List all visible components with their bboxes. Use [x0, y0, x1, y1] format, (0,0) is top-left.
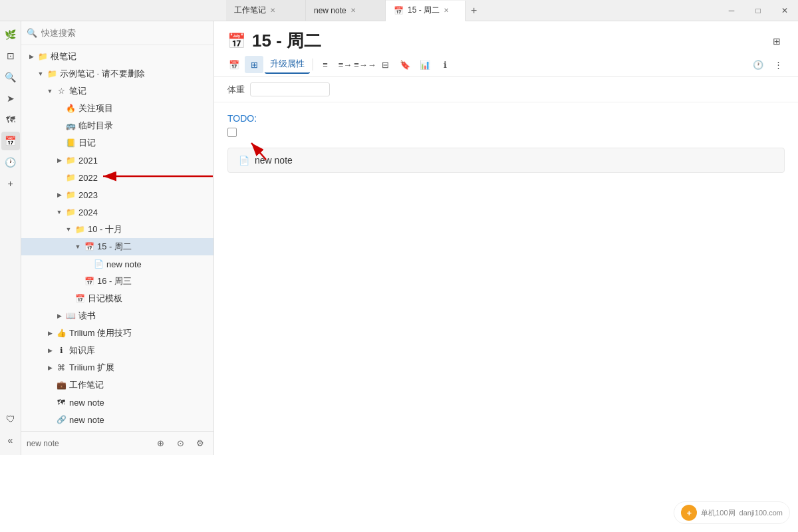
sidebar-item-wed16[interactable]: 📅 16 - 周三: [21, 273, 213, 290]
tab-newnote[interactable]: new note ✕: [306, 0, 386, 21]
newnote-tab-close[interactable]: ✕: [350, 7, 356, 14]
weight-label: 体重: [227, 84, 245, 96]
search-input[interactable]: [41, 28, 208, 38]
chevron-icon: ▼: [73, 243, 82, 250]
tab-worklog[interactable]: 工作笔记 ✕: [226, 0, 306, 21]
sidebar-item-2024[interactable]: ▼ 📁 2024: [21, 203, 213, 221]
sidebar-item-label: Trilium 使用技巧: [68, 327, 132, 339]
send-icon[interactable]: ➤: [1, 89, 20, 108]
sidebar-item-label: 16 - 周三: [96, 275, 132, 287]
collapse-sidebar-icon[interactable]: «: [1, 431, 20, 450]
maximize-button[interactable]: □: [745, 0, 771, 21]
chevron-icon: [45, 382, 55, 388]
table-icon[interactable]: ⊞: [245, 56, 263, 73]
thumbsup-icon: 👍: [56, 329, 66, 338]
book-icon: 📒: [65, 138, 76, 148]
attributes-row: 体重: [214, 77, 798, 102]
add-circle-icon[interactable]: ⊙: [172, 436, 188, 452]
calendar-toolbar-icon[interactable]: 📅: [225, 56, 243, 73]
chevron-icon: ▼: [36, 70, 45, 77]
sidebar-item-trilium-tips[interactable]: ▶ 👍 Trilium 使用技巧: [21, 325, 213, 342]
close-button[interactable]: ✕: [771, 0, 798, 21]
minimize-button[interactable]: ─: [718, 0, 745, 21]
shield-icon[interactable]: 🛡: [1, 410, 20, 428]
sidebar-item-diary[interactable]: 📒 日记: [21, 134, 213, 152]
tab-upgrade-attr[interactable]: 升级属性: [265, 55, 310, 74]
sidebar-item-knowledge[interactable]: ▶ ℹ 知识库: [21, 342, 213, 359]
sidebar-item-label: 关注项目: [77, 102, 113, 114]
weight-input[interactable]: [250, 82, 330, 96]
sidebar-item-newnote[interactable]: 📄 new note: [21, 255, 213, 273]
sidebar-item-october[interactable]: ▼ 📁 10 - 十月: [21, 221, 213, 238]
sidebar-item-2022[interactable]: 📁 2022: [21, 169, 213, 186]
watermark-domain: danji100.com: [739, 509, 783, 517]
sidebar-item-followup[interactable]: 🔥 关注项目: [21, 100, 213, 117]
sidebar-item-worklog[interactable]: 💼 工作笔记: [21, 376, 213, 394]
main-layout: 🌿 ⊡ 🔍 ➤ 🗺 📅 🕐 + 🛡 « 🔍 ▶: [0, 21, 798, 455]
settings-icon[interactable]: ⚙: [192, 436, 208, 452]
bookmark-icon[interactable]: 🔖: [396, 56, 414, 73]
search-magnifier-icon: 🔍: [27, 28, 37, 38]
align-left-icon[interactable]: ≡: [316, 56, 334, 73]
sidebar-item-root[interactable]: ▶ 📁 根笔记: [21, 48, 213, 65]
sidebar-bottom-bar: new note ⊕ ⊙ ⚙: [21, 431, 213, 455]
logo-icon[interactable]: 🌿: [1, 25, 20, 44]
expand-view-button[interactable]: ⊞: [769, 33, 785, 49]
sidebar-item-tempdir[interactable]: 🚌 临时目录: [21, 117, 213, 134]
sidebar-item-reading[interactable]: ▶ 📖 读书: [21, 307, 213, 325]
history-icon[interactable]: 🕐: [1, 153, 20, 172]
sub-note-card[interactable]: 📄 new note: [227, 148, 785, 173]
map-icon[interactable]: 🗺: [1, 110, 20, 129]
add-note-icon[interactable]: +: [1, 174, 20, 193]
sidebar-item-diarytemplate[interactable]: 📅 日记模板: [21, 290, 213, 307]
editor-area: TODO: 📄 new note: [214, 102, 798, 455]
chart-icon[interactable]: 📊: [416, 56, 434, 73]
tab-tuesday[interactable]: 📅 15 - 周二 ✕: [386, 1, 466, 21]
title-bar: 工作笔记 ✕ new note ✕ 📅 15 - 周二 ✕ + ─ □ ✕: [0, 0, 798, 21]
chevron-icon: [55, 122, 64, 129]
align-right-icon[interactable]: ≡→: [336, 56, 354, 73]
info2-icon[interactable]: ℹ: [436, 56, 454, 73]
note-title-icon: 📅: [227, 33, 245, 50]
search-bar: 🔍: [21, 21, 213, 45]
divider: [313, 59, 313, 70]
sub-note-icon: 📄: [239, 156, 249, 166]
expand-icon[interactable]: ⊡: [1, 47, 20, 65]
newnote-tab-label: new note: [314, 6, 346, 15]
sidebar-item-2023[interactable]: ▶ 📁 2023: [21, 186, 213, 203]
watermark-text: 单机100网: [701, 508, 735, 518]
layers-icon[interactable]: ⊕: [152, 436, 168, 452]
sidebar-item-label: 15 - 周二: [96, 241, 132, 253]
todo-checkbox[interactable]: [227, 128, 237, 137]
search-icon[interactable]: 🔍: [1, 68, 20, 86]
sidebar-item-label: 2024: [77, 207, 98, 217]
history2-icon[interactable]: 🕐: [749, 56, 767, 73]
worklog-tab-close[interactable]: ✕: [270, 7, 275, 14]
sidebar: 🔍 ▶ 📁 根笔记 ▼ 📁 示例笔记 · 请不要删除 ▼: [21, 21, 214, 455]
tab-bar: 工作笔记 ✕ new note ✕ 📅 15 - 周二 ✕ +: [0, 0, 718, 21]
calendar-icon[interactable]: 📅: [1, 132, 20, 150]
cmd-icon: ⌘: [56, 363, 66, 372]
sidebar-item-2021[interactable]: ▶ 📁 2021: [21, 152, 213, 169]
sidebar-item-trilium-ext[interactable]: ▶ ⌘ Trilium 扩展: [21, 359, 213, 376]
merge-icon[interactable]: ⊟: [376, 56, 394, 73]
sidebar-item-label: 读书: [77, 310, 96, 322]
star-icon: ☆: [56, 86, 66, 96]
align-right2-icon[interactable]: ≡→→: [356, 56, 374, 73]
sidebar-item-tue15[interactable]: ▼ 📅 15 - 周二: [21, 238, 213, 255]
chevron-icon: ▼: [64, 226, 73, 233]
sidebar-item-newnote3[interactable]: 🔗 new note: [21, 411, 213, 428]
todo-label: TODO:: [227, 113, 785, 124]
tuesday-tab-close[interactable]: ✕: [444, 7, 449, 14]
sidebar-item-newnote2[interactable]: 🗺 new note: [21, 394, 213, 411]
more-icon[interactable]: ⋮: [769, 56, 787, 73]
sidebar-item-label: 2023: [77, 190, 98, 200]
sidebar-item-label: 笔记: [68, 85, 86, 97]
sidebar-item-notes[interactable]: ▼ ☆ 笔记: [21, 82, 213, 100]
page-title: 15 - 周二: [252, 29, 321, 53]
icon-bar: 🌿 ⊡ 🔍 ➤ 🗺 📅 🕐 + 🛡 «: [0, 21, 21, 455]
add-tab-button[interactable]: +: [466, 5, 482, 17]
sidebar-item-example[interactable]: ▼ 📁 示例笔记 · 请不要删除: [21, 65, 213, 82]
calendar-icon: 📅: [84, 277, 94, 286]
sidebar-item-label: 2021: [77, 156, 98, 166]
